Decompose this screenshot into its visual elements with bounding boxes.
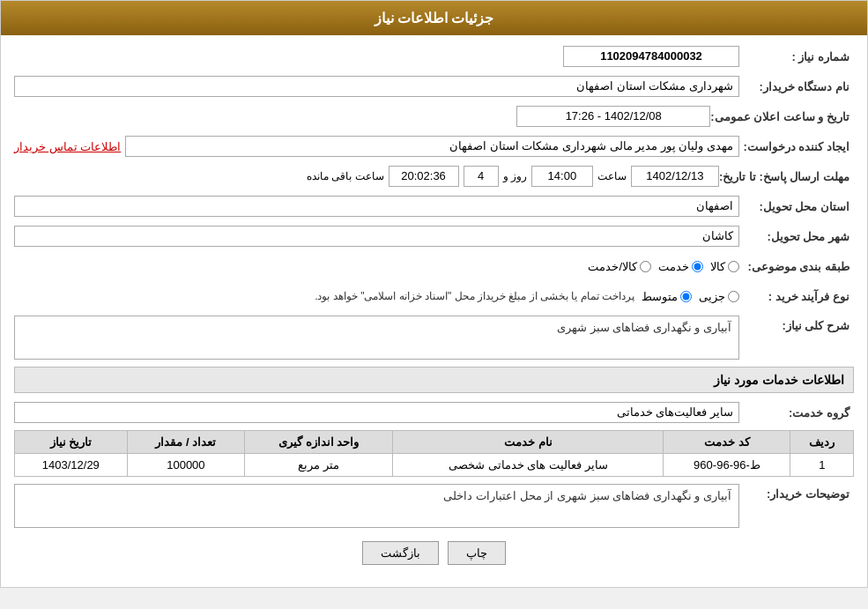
col-unit: واحد اندازه گیری: [245, 431, 393, 454]
cell-quantity: 100000: [127, 454, 244, 477]
reply-date-value: 1402/12/13: [631, 166, 719, 187]
purchase-type-radio-group: جزیی متوسط پرداخت تمام یا بخشی از مبلغ خ…: [14, 290, 739, 303]
services-table: ردیف کد خدمت نام خدمت واحد اندازه گیری ت…: [14, 430, 854, 477]
reply-time-value: 14:00: [531, 166, 593, 187]
col-service-code: کد خدمت: [664, 431, 790, 454]
service-group-row: گروه خدمت: سایر فعالیت‌های خدماتی: [14, 400, 854, 425]
general-desc-label: شرح کلی نیاز:: [739, 316, 854, 332]
page-wrapper: جزئیات اطلاعات نیاز شماره نیاز : 1102094…: [0, 0, 868, 588]
delivery-province-row: استان محل تحویل: اصفهان: [14, 194, 854, 219]
category-khedmat-label: خدمت: [658, 260, 689, 273]
buyer-notes-area: آبیاری و نگهداری فضاهای سبز شهری از محل …: [14, 484, 739, 528]
category-option-kala[interactable]: کالا: [710, 260, 739, 273]
category-label: طبقه بندی موضوعی:: [739, 260, 854, 273]
announcement-date-value: 1402/12/08 - 17:26: [516, 106, 710, 127]
delivery-province-label: استان محل تحویل:: [739, 200, 854, 213]
delivery-city-value: کاشان: [14, 226, 739, 247]
buyer-org-value: شهرداری مشکات استان اصفهان: [14, 76, 739, 97]
reply-deadline-label: مهلت ارسال پاسخ: تا تاریخ:: [719, 170, 854, 183]
category-radio-khedmat[interactable]: [692, 261, 703, 272]
reply-deadline-row: مهلت ارسال پاسخ: تا تاریخ: 1402/12/13 سا…: [14, 164, 854, 189]
purchase-type-jozi-label: جزیی: [699, 290, 725, 303]
creator-value: مهدی ولیان پور مدیر مالی شهرداری مشکات ا…: [125, 136, 739, 157]
general-desc-area: آبیاری و نگهداری فضاهای سبز شهری: [14, 316, 739, 360]
general-desc-value[interactable]: آبیاری و نگهداری فضاهای سبز شهری: [14, 316, 739, 360]
category-row: طبقه بندی موضوعی: کالا خدمت کالا/خدمت: [14, 254, 854, 279]
cell-service-code: ط-96-96-960: [664, 454, 790, 477]
cell-date: 1403/12/29: [15, 454, 128, 477]
need-number-label: شماره نیاز :: [739, 50, 854, 63]
category-option-kala-khedmat[interactable]: کالا/خدمت: [588, 260, 651, 273]
cell-row-num: 1: [790, 454, 854, 477]
need-number-row: شماره نیاز : 1102094784000032: [14, 44, 854, 69]
purchase-type-radio-motevaset[interactable]: [680, 291, 692, 302]
remaining-days-value: 4: [464, 166, 499, 187]
category-kala-khedmat-label: کالا/خدمت: [588, 260, 637, 273]
remaining-time-value: 20:02:36: [389, 166, 459, 187]
category-radio-kala[interactable]: [728, 261, 739, 272]
purchase-type-radio-jozi[interactable]: [728, 291, 739, 302]
purchase-type-row: نوع فرآیند خرید : جزیی متوسط پرداخت تمام…: [14, 284, 854, 308]
purchase-type-label: نوع فرآیند خرید :: [739, 290, 854, 303]
buyer-org-row: نام دستگاه خریدار: شهرداری مشکات استان ا…: [14, 74, 854, 99]
table-header-row: ردیف کد خدمت نام خدمت واحد اندازه گیری ت…: [15, 431, 854, 454]
purchase-type-jozi[interactable]: جزیی: [699, 290, 739, 303]
col-date: تاریخ نیاز: [15, 431, 128, 454]
general-desc-row: شرح کلی نیاز: آبیاری و نگهداری فضاهای سب…: [14, 316, 854, 360]
creator-label: ایجاد کننده درخواست:: [739, 140, 854, 153]
need-number-value: 1102094784000032: [563, 46, 739, 67]
delivery-city-row: شهر محل تحویل: کاشان: [14, 224, 854, 249]
table-row: 1 ط-96-96-960 سایر فعالیت های خدماتی شخص…: [15, 454, 854, 477]
category-kala-label: کالا: [710, 260, 725, 273]
page-header: جزئیات اطلاعات نیاز: [1, 1, 867, 35]
button-row: چاپ بازگشت: [14, 541, 854, 565]
category-option-khedmat[interactable]: خدمت: [658, 260, 703, 273]
creator-row: ایجاد کننده درخواست: مهدی ولیان پور مدیر…: [14, 134, 854, 159]
col-quantity: تعداد / مقدار: [127, 431, 244, 454]
purchase-type-note: پرداخت تمام یا بخشی از مبلغ خریداز محل "…: [315, 290, 634, 302]
page-title: جزئیات اطلاعات نیاز: [375, 11, 494, 26]
buyer-org-label: نام دستگاه خریدار:: [739, 80, 854, 93]
category-radio-kala-khedmat[interactable]: [640, 261, 651, 272]
services-section-title: اطلاعات خدمات مورد نیاز: [14, 367, 854, 393]
print-button[interactable]: چاپ: [448, 541, 506, 565]
category-radio-group: کالا خدمت کالا/خدمت: [14, 260, 739, 273]
service-group-value: سایر فعالیت‌های خدماتی: [14, 402, 739, 423]
buyer-notes-value[interactable]: آبیاری و نگهداری فضاهای سبز شهری از محل …: [14, 484, 739, 528]
delivery-city-label: شهر محل تحویل:: [739, 230, 854, 243]
col-row-num: ردیف: [790, 431, 854, 454]
cell-service-name: سایر فعالیت های خدماتی شخصی: [393, 454, 664, 477]
main-content: شماره نیاز : 1102094784000032 نام دستگاه…: [1, 35, 867, 587]
contact-link[interactable]: اطلاعات تماس خریدار: [14, 140, 121, 153]
back-button[interactable]: بازگشت: [362, 541, 439, 565]
purchase-type-motevaset[interactable]: متوسط: [642, 290, 692, 303]
purchase-type-motevaset-label: متوسط: [642, 290, 678, 303]
delivery-province-value: اصفهان: [14, 196, 739, 217]
col-service-name: نام خدمت: [393, 431, 664, 454]
remaining-days-label: روز و: [503, 170, 527, 182]
cell-unit: متر مربع: [245, 454, 393, 477]
buyer-notes-label: توضیحات خریدار:: [739, 484, 854, 501]
announcement-date-row: تاریخ و ساعت اعلان عمومی: 1402/12/08 - 1…: [14, 104, 854, 129]
service-group-label: گروه خدمت:: [739, 406, 854, 420]
reply-deadline-group: 1402/12/13 ساعت 14:00 روز و 4 20:02:36 س…: [14, 166, 719, 187]
announcement-date-label: تاریخ و ساعت اعلان عمومی:: [710, 110, 854, 123]
reply-time-label: ساعت: [597, 170, 627, 182]
remaining-suffix: ساعت باقی مانده: [307, 170, 384, 182]
buyer-notes-row: توضیحات خریدار: آبیاری و نگهداری فضاهای …: [14, 484, 854, 528]
